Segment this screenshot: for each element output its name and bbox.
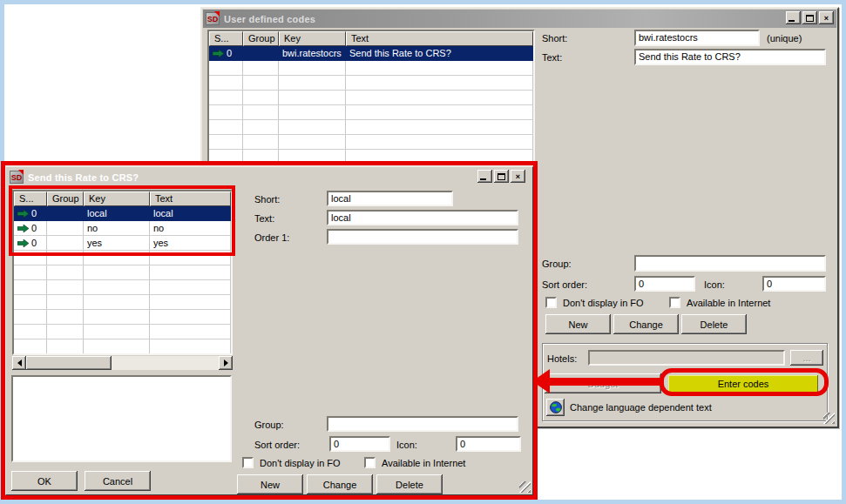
empty-cell <box>209 61 243 76</box>
titlebar-user-defined-codes[interactable]: SD User defined codes <box>203 10 836 28</box>
col-header-group[interactable]: Group <box>243 31 279 46</box>
hotels-browse-button[interactable]: ... <box>790 350 823 366</box>
green-arrow-icon <box>17 225 29 232</box>
text-label: Text: <box>254 213 274 224</box>
table-empty-row <box>209 150 533 165</box>
resize-grip[interactable] <box>823 413 835 424</box>
table-empty-row <box>14 339 231 354</box>
dont-display-checkbox[interactable] <box>242 457 254 468</box>
table-empty-row <box>14 265 231 280</box>
enter-codes-button[interactable]: Enter codes <box>668 375 818 393</box>
empty-cell <box>279 61 346 76</box>
hotels-input[interactable] <box>588 350 785 366</box>
empty-cell <box>84 310 150 325</box>
icon-input[interactable]: 0 <box>762 276 826 292</box>
col-header-s[interactable]: S... <box>14 192 47 206</box>
sort-order-label: Sort order: <box>254 440 300 450</box>
scrollbar-thumb[interactable] <box>26 356 112 370</box>
icon-input[interactable]: 0 <box>456 436 521 452</box>
col-header-text[interactable]: Text <box>346 31 533 46</box>
short-label: Short: <box>254 194 280 205</box>
change-button[interactable]: Change <box>307 474 373 494</box>
unique-note: (unique) <box>767 33 802 44</box>
values-table[interactable]: S... Group Key Text 0 local local 0 no n… <box>12 190 233 355</box>
maximize-button[interactable] <box>802 11 817 24</box>
empty-cell <box>84 339 150 354</box>
table-row-yes[interactable]: 0 yes yes <box>14 236 231 251</box>
short-label: Short: <box>542 33 567 44</box>
empty-cell <box>84 265 150 280</box>
maximize-button[interactable] <box>494 170 509 183</box>
available-internet-checkbox[interactable] <box>364 457 376 468</box>
text-label: Text: <box>542 52 562 63</box>
ok-button[interactable]: OK <box>11 471 78 491</box>
empty-cell <box>14 295 47 310</box>
sort-order-input[interactable]: 0 <box>634 276 695 292</box>
change-button[interactable]: Change <box>613 314 679 334</box>
icon-label: Icon: <box>396 440 417 450</box>
table-empty-row <box>209 120 533 135</box>
scroll-right-button[interactable] <box>219 356 233 370</box>
order1-input[interactable] <box>327 229 518 245</box>
col-header-key[interactable]: Key <box>279 31 346 46</box>
empty-cell <box>346 120 533 135</box>
dont-display-checkbox[interactable] <box>545 297 557 308</box>
table-row[interactable]: 0 bwi.ratestocrs Send this Rate to CRS? <box>209 46 533 61</box>
available-internet-checkbox[interactable] <box>669 297 680 308</box>
window-title: User defined codes <box>224 14 315 24</box>
minimize-button[interactable] <box>477 170 492 183</box>
table-empty-row <box>209 135 533 150</box>
empty-cell <box>84 280 150 295</box>
empty-cell <box>14 310 47 325</box>
text-input[interactable]: Send this Rate to CRS? <box>634 49 826 65</box>
scrollbar-track[interactable] <box>112 356 219 370</box>
delete-button[interactable]: Delete <box>681 314 747 334</box>
table-empty-row <box>14 280 231 295</box>
minimize-button[interactable] <box>786 11 801 24</box>
language-button[interactable] <box>546 399 565 416</box>
text-input[interactable]: local <box>327 210 518 225</box>
titlebar-send-rate[interactable]: SD Send this Rate to CRS? <box>7 168 531 186</box>
col-header-key[interactable]: Key <box>84 192 150 206</box>
empty-cell <box>243 76 279 91</box>
empty-cell <box>346 135 533 150</box>
close-button[interactable]: × <box>819 11 834 24</box>
horizontal-scrollbar[interactable] <box>12 356 233 370</box>
empty-cell <box>150 310 231 325</box>
app-sd-icon: SD <box>206 12 220 25</box>
globe-icon <box>550 401 562 413</box>
table-row-no[interactable]: 0 no no <box>14 221 231 236</box>
group-input[interactable] <box>634 255 826 272</box>
short-input[interactable]: bwi.ratestocrs <box>634 30 760 46</box>
delete-button[interactable]: Delete <box>376 474 443 494</box>
table-row-local[interactable]: 0 local local <box>14 206 231 221</box>
empty-cell <box>243 120 279 135</box>
empty-cell <box>279 105 346 120</box>
group-input[interactable] <box>327 416 518 432</box>
col-header-group[interactable]: Group <box>47 192 84 206</box>
cancel-button[interactable]: Cancel <box>85 471 151 491</box>
empty-cell <box>209 120 243 135</box>
short-input[interactable]: local <box>327 191 453 206</box>
empty-cell <box>150 280 231 295</box>
new-button[interactable]: New <box>237 474 303 494</box>
col-header-s[interactable]: S... <box>209 31 243 46</box>
notes-box[interactable] <box>11 375 232 462</box>
scroll-left-icon <box>14 360 22 366</box>
empty-cell <box>150 251 231 265</box>
new-button[interactable]: New <box>545 314 611 334</box>
available-internet-label: Available in Internet <box>382 458 465 468</box>
sort-order-input[interactable]: 0 <box>329 436 390 452</box>
table-empty-row <box>14 251 231 265</box>
empty-cell <box>47 295 84 310</box>
empty-cell <box>150 295 231 310</box>
empty-cell <box>346 150 533 165</box>
close-button[interactable]: × <box>511 170 525 183</box>
col-header-text[interactable]: Text <box>150 192 231 206</box>
table-empty-row <box>209 105 533 120</box>
available-internet-label: Available in Internet <box>687 298 770 308</box>
scroll-right-icon <box>224 360 232 366</box>
scroll-left-button[interactable] <box>12 356 26 370</box>
resize-grip[interactable] <box>519 481 531 493</box>
icon-label: Icon: <box>704 279 725 290</box>
